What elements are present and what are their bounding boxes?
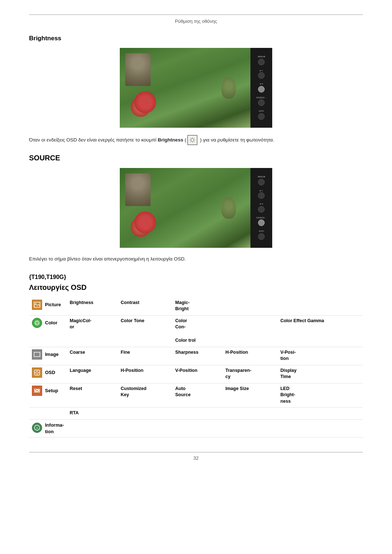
color-label: Color [45, 320, 57, 326]
svg-point-15 [36, 372, 38, 374]
brightness-sun-icon [189, 137, 196, 143]
down-circle-src [258, 206, 265, 213]
up-lbl-src: ▲/☼ [260, 190, 264, 192]
picture-col3: Magic- Bright [172, 297, 222, 316]
osd-col3: V-Position [172, 365, 222, 383]
info-label: Informa- tion [45, 422, 64, 435]
monitor-display-source: MENU/Ⅲ ▲/☼ ▼/☀ SOURCE/← AUTO [120, 168, 272, 248]
source-description: Επιλέγει το σήμα βίντεο όταν είναι απενε… [29, 255, 363, 263]
source-circle-src [258, 219, 265, 226]
brightness-desc-before: Όταν οι ενδείξεις OSD δεν είναι ενεργές … [29, 137, 156, 143]
osd-icon [32, 368, 42, 378]
up-circle-src [258, 192, 265, 199]
table-row: Color MagicCol- or Color Tone Color Con-… [29, 315, 363, 347]
setup-menu-item: Setup [32, 386, 64, 396]
model-section-title: {T190,T190G} [29, 274, 363, 280]
svg-point-23 [35, 389, 36, 390]
top-divider [29, 15, 363, 15]
setup-col4: Image Size [222, 383, 277, 408]
down-btn-group-src: ▼/☀ [258, 203, 265, 213]
brightness-highlight-group: ▼/☀ [258, 83, 265, 93]
color-cell: Color [29, 315, 67, 347]
menu-btn-label: MENU/Ⅲ [258, 56, 265, 58]
svg-point-25 [38, 391, 39, 393]
up-button-group: ▲/☼ [258, 70, 265, 79]
header-title: Ρύθμιση της οθόνης [175, 19, 217, 24]
color-col4 [222, 315, 277, 347]
up-btn-label: ▲/☼ [260, 70, 264, 72]
monitor-screen-source [120, 168, 250, 248]
down-lbl-src: ▼/☀ [260, 203, 263, 205]
page: Ρύθμιση της οθόνης Brightness MENU/Ⅲ ▲/☼ [0, 0, 392, 554]
setup-cell: Setup [29, 383, 67, 408]
menu-lbl-src: MENU/Ⅲ [258, 176, 265, 178]
svg-rect-13 [34, 352, 40, 357]
picture-label: Picture [45, 301, 61, 308]
info-empty [67, 419, 363, 437]
osd-col2: H-Position [118, 365, 172, 383]
table-row: RTA [29, 408, 363, 420]
source-section-title: SOURCE [29, 154, 363, 162]
auto-btn-group-src: AUTO [258, 230, 265, 240]
svg-point-24 [36, 390, 38, 391]
image-col2: Fine [118, 347, 172, 365]
source-button-group-br: SOURCE/← [256, 97, 266, 106]
picture-cell: Picture [29, 297, 67, 316]
svg-point-12 [36, 322, 38, 324]
auto-btn-label-br: AUTO [259, 110, 264, 112]
info-cell: i Informa- tion [29, 419, 67, 437]
osd-label: OSD [45, 369, 55, 376]
color-icon [32, 318, 42, 328]
menu-button-group: MENU/Ⅲ [258, 56, 265, 65]
setup-col3: Auto Source [172, 383, 222, 408]
image-label: Image [45, 351, 59, 358]
rta-cell-empty [29, 408, 67, 420]
monitor-buttons-source: MENU/Ⅲ ▲/☼ ▼/☀ SOURCE/← AUTO [250, 168, 272, 248]
picture-icon [32, 300, 42, 310]
svg-text:i: i [37, 426, 38, 430]
setup-col1: Reset [67, 383, 118, 408]
picture-menu-item: Picture [32, 300, 64, 310]
table-row: Picture Brightness Contrast Magic- Brigh… [29, 297, 363, 316]
image-col1: Coarse [67, 347, 118, 365]
brightness-description: Όταν οι ενδείξεις OSD δεν είναι ενεργές … [29, 135, 363, 145]
picture-col1: Brightness [67, 297, 118, 316]
menu-circle-src [258, 179, 265, 185]
svg-line-5 [190, 138, 191, 139]
osd-col1: Language [67, 365, 118, 383]
auto-button-group-br: AUTO [258, 110, 265, 120]
picture-col5 [277, 297, 363, 316]
table-row: Image Coarse Fine Sharpness H-Position V… [29, 347, 363, 365]
image-icon [32, 349, 42, 360]
bottom-divider [29, 452, 363, 452]
osd-col5: Display Time [277, 365, 363, 383]
picture-col4 [222, 297, 277, 316]
source-highlight-group: SOURCE/← [256, 217, 266, 226]
image-cell: Image [29, 347, 67, 365]
picture-col2: Contrast [118, 297, 172, 316]
setup-col2: Customized Key [118, 383, 172, 408]
color-col3: Color Con- Color trol [172, 315, 222, 347]
menu-btn-group-src: MENU/Ⅲ [258, 176, 265, 185]
auto-btn-circle-br [258, 113, 265, 120]
image-menu-item: Image [32, 349, 64, 360]
auto-lbl-src: AUTO [259, 230, 264, 233]
source-lbl-src: SOURCE/← [256, 217, 266, 219]
svg-point-0 [191, 139, 194, 141]
svg-line-6 [194, 141, 195, 142]
table-row: OSD Language H-Position V-Position Trans… [29, 365, 363, 383]
color-menu-item: Color [32, 318, 64, 328]
menu-btn-circle [258, 59, 265, 65]
brightness-btn-circle [258, 86, 265, 93]
up-btn-group-src: ▲/☼ [258, 190, 265, 199]
table-row: i Informa- tion [29, 419, 363, 437]
setup-icon [32, 386, 42, 396]
monitor-screen-brightness [120, 48, 250, 128]
setup-col5: LED Bright- ness [277, 383, 363, 408]
image-col5: V-Posi- tion [277, 347, 363, 365]
page-header: Ρύθμιση της οθόνης [29, 19, 363, 24]
page-footer: 32 [29, 455, 363, 461]
osd-section-title: Λειτουργίες OSD [29, 283, 363, 292]
info-icon: i [32, 423, 42, 433]
osd-col4: Transparen- cy [222, 365, 277, 383]
